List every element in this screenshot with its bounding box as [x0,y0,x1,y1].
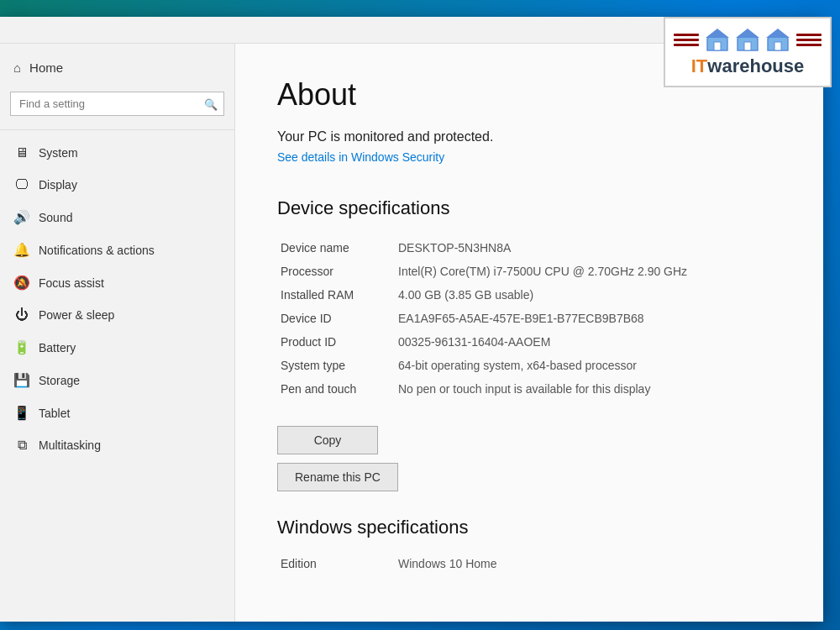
sidebar-item-label: Tablet [39,407,70,420]
house-icon-2 [734,27,761,52]
sidebar-item-multitasking[interactable]: ⧉ Multitasking [0,429,234,461]
rename-button[interactable]: Rename this PC [277,463,398,491]
spec-label: Device ID [277,307,395,330]
table-row: Processor Intel(R) Core(TM) i7-7500U CPU… [277,260,773,283]
sidebar-item-display[interactable]: 🖵 Display [0,169,234,201]
content-area: ⌂ Home 🔍 🖥 System 🖵 Display 🔊 Sound [0,44,823,622]
spec-label: Device name [277,236,395,260]
windows-specs-title: Windows specifications [277,517,773,538]
sidebar-item-label: Display [39,178,77,192]
svg-rect-4 [744,42,751,50]
display-icon: 🖵 [13,177,30,192]
svg-marker-5 [736,29,759,38]
spec-label: System type [277,354,395,377]
table-row: Device ID EA1A9F65-A5AE-457E-B9E1-B77ECB… [277,307,773,330]
action-buttons: Copy Rename this PC [277,426,773,491]
sidebar-item-notifications[interactable]: 🔔 Notifications & actions [0,234,234,266]
sound-icon: 🔊 [13,209,30,225]
logo-icons [674,27,822,52]
spec-label: Pen and touch [277,377,395,401]
sidebar-item-system[interactable]: 🖥 System [0,137,234,169]
sidebar-item-power[interactable]: ⏻ Power & sleep [0,299,234,331]
home-label: Home [29,60,63,75]
sidebar-item-focus[interactable]: 🔕 Focus assist [0,266,234,299]
sidebar-item-label: Storage [39,374,80,387]
security-link[interactable]: See details in Windows Security [277,150,444,164]
notifications-icon: 🔔 [13,242,30,258]
logo-it: IT [691,55,708,77]
logo-text: IT warehouse [691,55,805,77]
house-icon-3 [764,27,791,52]
table-row: Edition Windows 10 Home [277,552,773,575]
sidebar-home[interactable]: ⌂ Home [0,50,234,85]
focus-icon: 🔕 [13,275,30,291]
sidebar-item-battery[interactable]: 🔋 Battery [0,331,234,364]
svg-rect-1 [714,42,721,50]
table-row: Pen and touch No pen or touch input is a… [277,377,773,401]
home-icon: ⌂ [13,60,21,75]
svg-rect-7 [774,42,781,50]
sidebar-item-tablet[interactable]: 📱 Tablet [0,396,234,429]
sidebar-item-storage[interactable]: 💾 Storage [0,364,234,396]
system-icon: 🖥 [13,145,30,160]
table-row: Product ID 00325-96131-16404-AAOEM [277,330,773,354]
sidebar: ⌂ Home 🔍 🖥 System 🖵 Display 🔊 Sound [0,44,235,622]
sidebar-item-label: Sound [39,211,72,224]
spec-label: Installed RAM [277,283,395,307]
spec-label: Product ID [277,330,395,354]
device-specs-title: Device specifications [277,197,773,219]
sidebar-item-label: Multitasking [39,438,101,452]
spec-label: Edition [277,552,395,575]
spec-value: Windows 10 Home [395,552,773,575]
settings-window: □ ✕ ⌂ Home 🔍 🖥 System 🖵 [0,17,823,622]
sidebar-divider [0,129,234,130]
battery-icon: 🔋 [13,339,30,355]
windows-spec-table: Edition Windows 10 Home [277,552,773,575]
spec-table: Device name DESKTOP-5N3HN8A Processor In… [277,236,773,401]
sidebar-item-label: Focus assist [39,276,104,290]
storage-icon: 💾 [13,372,30,388]
spec-value: EA1A9F65-A5AE-457E-B9E1-B77ECB9B7B68 [395,307,773,330]
spec-value: DESKTOP-5N3HN8A [395,236,773,260]
spec-label: Processor [277,260,395,283]
sidebar-item-label: Notifications & actions [39,244,155,257]
spec-value: Intel(R) Core(TM) i7-7500U CPU @ 2.70GHz… [395,260,773,283]
search-icon: 🔍 [204,97,218,110]
search-input[interactable] [10,92,224,116]
spec-value: 4.00 GB (3.85 GB usable) [395,283,773,307]
svg-marker-2 [706,29,729,38]
logo-overlay: IT warehouse [664,17,832,87]
sidebar-item-label: System [39,146,78,160]
spec-value: 64-bit operating system, x64-based proce… [395,354,773,377]
main-panel: About Your PC is monitored and protected… [235,44,823,622]
sidebar-item-label: Power & sleep [39,308,114,322]
table-row: Device name DESKTOP-5N3HN8A [277,236,773,260]
table-row: System type 64-bit operating system, x64… [277,354,773,377]
security-banner: Your PC is monitored and protected. [277,129,773,144]
sidebar-item-sound[interactable]: 🔊 Sound [0,201,234,234]
tablet-icon: 📱 [13,405,30,421]
search-box: 🔍 [10,92,224,116]
multitasking-icon: ⧉ [13,438,30,453]
sidebar-item-label: Battery [39,341,76,354]
house-icon-1 [704,27,731,52]
spec-value: No pen or touch input is available for t… [395,377,773,401]
svg-marker-8 [766,29,790,38]
logo-warehouse: warehouse [707,55,804,77]
spec-value: 00325-96131-16404-AAOEM [395,330,773,354]
copy-button[interactable]: Copy [277,426,378,454]
table-row: Installed RAM 4.00 GB (3.85 GB usable) [277,283,773,307]
power-icon: ⏻ [13,307,30,323]
